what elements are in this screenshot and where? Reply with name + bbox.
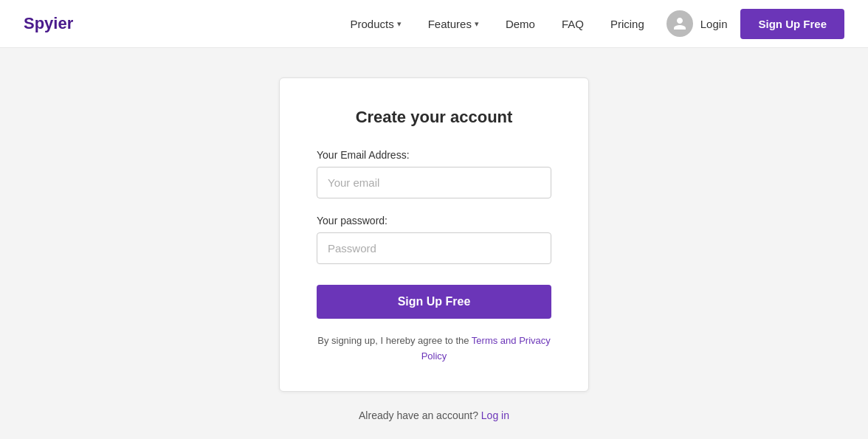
- nav-link-pricing[interactable]: Pricing: [600, 12, 655, 36]
- already-account-text: Already have an account? Log in: [359, 409, 509, 421]
- nav-link-products[interactable]: Products ▾: [340, 12, 411, 36]
- card-title: Create your account: [317, 108, 551, 127]
- user-avatar-icon: [666, 10, 693, 37]
- password-form-group: Your password:: [317, 215, 551, 264]
- nav-item-products: Products ▾: [340, 12, 411, 36]
- nav-item-pricing: Pricing: [600, 12, 655, 36]
- page-content: Create your account Your Email Address: …: [0, 48, 868, 439]
- nav-link-features[interactable]: Features ▾: [418, 12, 489, 36]
- signup-submit-button[interactable]: Sign Up Free: [317, 285, 551, 319]
- nav-item-demo: Demo: [495, 12, 545, 36]
- nav-link-faq[interactable]: FAQ: [551, 12, 594, 36]
- nav-login-section: Login Sign Up Free: [666, 9, 844, 39]
- site-logo[interactable]: Spyier: [24, 14, 73, 33]
- login-link-bottom[interactable]: Log in: [481, 409, 509, 421]
- chevron-down-icon: ▾: [475, 19, 479, 29]
- email-label: Your Email Address:: [317, 149, 551, 161]
- email-input[interactable]: [317, 167, 551, 198]
- nav-signup-button[interactable]: Sign Up Free: [740, 9, 844, 39]
- nav-links: Products ▾ Features ▾ Demo FAQ Pricing: [340, 12, 654, 36]
- email-form-group: Your Email Address:: [317, 149, 551, 198]
- navbar: Spyier Products ▾ Features ▾ Demo FAQ Pr…: [0, 0, 868, 48]
- nav-item-faq: FAQ: [551, 12, 594, 36]
- password-input[interactable]: [317, 232, 551, 264]
- login-link[interactable]: Login: [700, 18, 728, 30]
- nav-item-features: Features ▾: [418, 12, 489, 36]
- nav-link-demo[interactable]: Demo: [495, 12, 545, 36]
- chevron-down-icon: ▾: [397, 19, 402, 29]
- password-label: Your password:: [317, 215, 551, 227]
- terms-text: By signing up, I hereby agree to the Ter…: [317, 333, 551, 364]
- signup-card: Create your account Your Email Address: …: [279, 77, 589, 392]
